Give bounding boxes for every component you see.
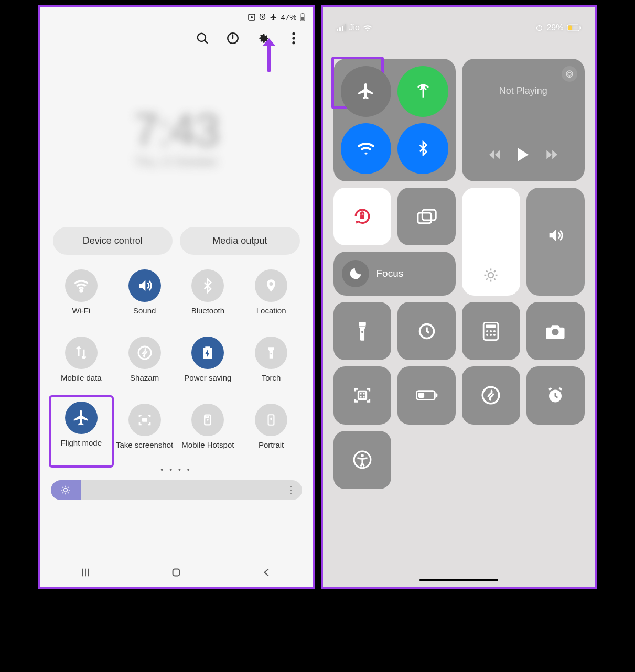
android-quick-settings: 47% 7:43 Thu, 6 October Device control M… [38, 5, 315, 589]
svg-rect-27 [360, 215, 364, 219]
svg-point-11 [80, 290, 82, 292]
svg-rect-13 [142, 418, 147, 422]
date-text: Thu, 6 October [40, 155, 313, 169]
svg-point-6 [197, 34, 205, 41]
home-button[interactable] [170, 567, 182, 578]
tile-powersave[interactable]: Power saving [176, 332, 240, 396]
tile-portrait[interactable]: Portrait [240, 399, 303, 463]
svg-rect-44 [360, 393, 361, 395]
tile-label: Mobile Hotspot [181, 440, 234, 459]
torch-icon [255, 337, 287, 369]
tile-wifi[interactable]: Wi-Fi [50, 265, 113, 329]
tile-shazam[interactable]: Shazam [113, 332, 176, 396]
sun-icon [483, 267, 499, 283]
power-icon[interactable] [225, 31, 240, 46]
tile-torch[interactable]: Torch [240, 332, 303, 396]
screenshot-icon [128, 404, 161, 436]
cellular-toggle[interactable] [397, 66, 448, 117]
signal-icon [337, 24, 346, 31]
bluetooth-toggle[interactable] [397, 123, 448, 174]
flashlight-button[interactable] [333, 302, 392, 360]
tile-label: Mobile data [61, 373, 102, 392]
tile-sound[interactable]: Sound [113, 265, 176, 329]
svg-point-9 [292, 37, 295, 39]
svg-rect-5 [302, 13, 303, 14]
svg-rect-22 [568, 26, 572, 30]
back-button[interactable] [261, 567, 273, 578]
svg-rect-17 [271, 418, 272, 420]
qrscan-button[interactable] [333, 366, 392, 425]
more-icon[interactable]: ⋮ [286, 484, 296, 496]
svg-rect-4 [301, 17, 304, 20]
lowpower-button[interactable] [397, 366, 456, 425]
tile-label: Sound [133, 306, 156, 325]
now-playing-label: Not Playing [499, 85, 547, 96]
svg-rect-31 [359, 322, 366, 326]
battery-pct: 47% [281, 13, 296, 21]
tile-location[interactable]: Location [240, 265, 303, 329]
brightness-thumb [51, 480, 81, 500]
orientation-lock-toggle[interactable] [333, 188, 392, 246]
svg-point-38 [493, 330, 496, 332]
alarm-button[interactable] [526, 366, 585, 425]
shazam-button[interactable] [462, 366, 520, 425]
recents-button[interactable] [80, 567, 91, 578]
tile-flightmode[interactable]: Flight mode [49, 395, 114, 468]
camera-button[interactable] [526, 302, 585, 360]
media-card[interactable]: Not Playing [462, 59, 585, 181]
svg-point-26 [568, 72, 571, 75]
tile-bluetooth[interactable]: Bluetooth [176, 265, 240, 329]
bluetooth-icon [191, 269, 224, 302]
play-icon[interactable] [516, 147, 531, 162]
tile-label: Take screenshot [116, 440, 173, 459]
wifi-toggle[interactable] [341, 123, 392, 174]
media-output-pill[interactable]: Media output [180, 227, 300, 255]
search-icon[interactable] [195, 31, 210, 46]
svg-point-51 [483, 387, 500, 404]
shortcuts-row [323, 302, 595, 360]
tile-label: Bluetooth [191, 306, 224, 325]
brightness-slider[interactable]: ⋮ [51, 480, 302, 500]
focus-button[interactable]: Focus [333, 252, 456, 296]
airplane-toggle[interactable] [341, 66, 392, 117]
timer-button[interactable] [397, 302, 456, 360]
tile-hotspot[interactable]: Mobile Hotspot [176, 399, 240, 463]
svg-rect-46 [360, 396, 361, 398]
brightness-slider[interactable] [462, 188, 585, 296]
status-left: Jio [337, 23, 372, 32]
tile-screenshot[interactable]: Take screenshot [113, 399, 176, 463]
svg-rect-29 [422, 210, 436, 220]
tile-mobiledata[interactable]: Mobile data [50, 332, 113, 396]
status-right: 29% [535, 23, 581, 32]
tile-label: Torch [262, 373, 281, 392]
rewind-icon[interactable] [489, 149, 502, 160]
tile-label: Wi-Fi [72, 306, 90, 325]
tile-label: Shazam [130, 373, 159, 392]
airplay-icon[interactable] [562, 66, 577, 82]
sound-icon [128, 269, 161, 302]
shortcuts-row [323, 431, 595, 489]
ios-control-center: Jio 29% Not Playing [321, 5, 597, 589]
accessibility-button[interactable] [333, 431, 392, 489]
annotation-arrow [260, 36, 278, 73]
brightness-slider[interactable] [462, 188, 520, 296]
airplane-icon [270, 13, 277, 21]
svg-point-41 [493, 333, 496, 335]
device-control-pill[interactable]: Device control [53, 227, 173, 255]
svg-point-36 [486, 330, 488, 332]
battery-icon [300, 13, 305, 21]
calculator-button[interactable] [462, 302, 520, 360]
volume-slider[interactable] [526, 188, 585, 296]
more-icon[interactable] [286, 31, 301, 46]
screen-mirroring-button[interactable] [397, 188, 456, 246]
media-controls [489, 147, 558, 162]
svg-point-15 [207, 419, 209, 421]
home-indicator[interactable] [419, 579, 498, 581]
carrier-text: Jio [349, 23, 360, 32]
wifi-icon [65, 269, 98, 302]
svg-rect-35 [486, 324, 496, 328]
square-icon [248, 14, 255, 21]
nav-bar [40, 567, 313, 578]
forward-icon[interactable] [544, 149, 558, 160]
svg-point-42 [552, 329, 559, 335]
